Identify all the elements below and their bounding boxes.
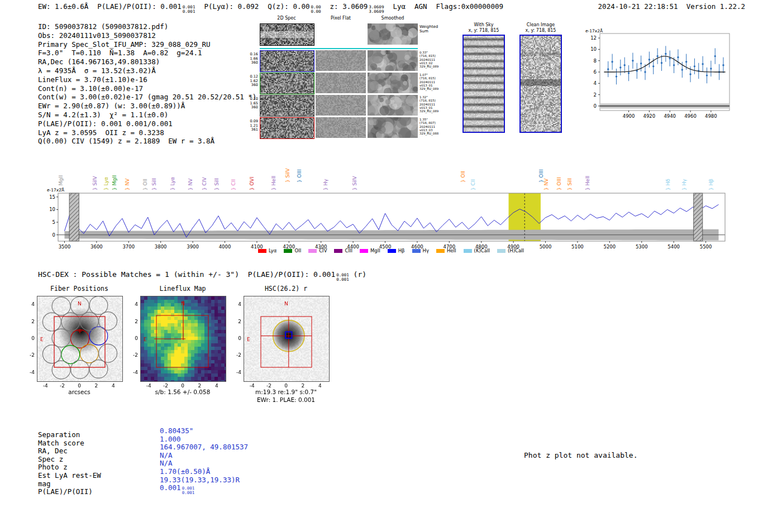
legend-item-h: Hγ [412,248,429,253]
spectral-line-label-siii: } SiII [214,178,220,190]
spec2d-col-header-1: Pixel Flat [316,16,366,21]
fiber-ytick: 0 [26,336,35,341]
spectral-line-label-siii: } SiII [567,178,573,190]
svg-text:4940: 4940 [664,113,676,119]
spectral-line-label-oii: } OII [460,171,466,183]
legend-swatch [308,249,317,253]
clean-image-title: Clean Image x, y: 718, 815 [518,22,563,33]
hsc-ytick: 2 [232,319,241,324]
legend-swatch [258,249,266,253]
fiber-xtick: -2 [58,383,67,389]
fiber-ytick: -4 [26,370,35,375]
match-value: N/A [160,451,173,459]
lineflux-ytick: 4 [129,301,138,307]
legend-swatch [284,249,292,253]
lineflux-xtick: -4 [144,383,153,389]
fiber-ytick: 4 [26,301,35,307]
spec2d-row-right-annotation: 1.07" (718, 815) 20240111 v013_01 329_RU… [419,73,446,90]
detection-info-block: ID: 5090037812 (5090037812.pdf)Obs: 2024… [38,22,256,146]
weighted-smoothed-image [368,23,418,45]
spec2d-smoothed-image [368,95,418,116]
spec2d-pixelflat-image [316,95,366,116]
legend-swatch [497,249,506,253]
legend-item-kcaii: (K)CaII [464,248,490,253]
match-row-mag: mag19.33(19.33,19.33)R [38,478,248,486]
hsc-dex-lower: 0.001 [336,277,349,282]
svg-text:5: 5 [53,219,55,225]
lineflux-title: Lineflux Map [129,285,236,293]
spectral-line-label-cii: } CII [231,179,236,190]
lineflux-xtick: -2 [161,383,170,389]
spectral-line-label-oii: } OII [142,179,148,190]
match-value: 19.33(19.33,19.33)R [160,476,240,484]
hsc-overlay: NE [244,296,329,381]
match-table: Separation0.80435"Match score1.000RA, De… [38,429,248,494]
spectral-line-label-siiv: } SiIV [92,176,98,190]
hsc-dex-header: HSC-DEX : Possible Matches = 1 (within +… [38,270,366,281]
legend-swatch [360,249,368,253]
hsc-xtick: 2 [298,383,307,389]
version: Version 1.22.2 [686,2,745,11]
spec2d-2d-image [260,50,314,72]
svg-text:15: 15 [49,194,55,200]
fiber-ytick: 2 [26,319,35,324]
legend-label: HeII [447,248,456,253]
legend-item-mgii: MgII [360,248,380,253]
line-fit-plot: 02468101249004920494049604980e-17x2Å [581,27,737,127]
spectral-line-label-ovi: } OVI [249,177,255,190]
info-line-12: LyA z = 3.0595 OII z = 0.3238 [38,128,256,137]
hsc-dex-text: HSC-DEX : Possible Matches = 1 (within +… [38,270,335,279]
info-line-7: Cont(n) = 3.10(±0.00)e-17 [38,84,256,93]
legend-label: OII [294,248,301,253]
z-stack: 3.06093.0609 [369,5,384,13]
svg-text:4: 4 [594,80,597,86]
lineflux-overlay: NE [141,296,226,381]
hsc-ytick: -4 [232,370,241,375]
spec2d-row-left-label: 0.16 1.66 360 [247,52,258,65]
legend-label: CIV [319,248,327,253]
lineflux-xtick: 2 [195,383,204,389]
spectral-line-label-civ: } CIV [202,177,207,190]
info-line-13: Q(0.00) CIV (1549) z = 2.1889 EW r = 3.8… [38,137,256,146]
spec2d-row-right-annotation: 0.33" (718, 815) 20240111 v013_02 329_RU… [419,51,446,68]
lineflux-ytick: -2 [129,352,138,358]
match-row-radec: RA, Dec164.967007, 49.801537 [38,445,248,453]
spectral-line-label-nv: } NV [188,179,193,190]
hsc-xtick: 0 [282,383,290,389]
svg-text:4980: 4980 [705,113,717,119]
spec2d-row-left-label: 0.10 1.65 360 [247,97,258,110]
match-row-plaepoii: P(LAE)/P(OII)0.0010.0010.001 [38,486,248,494]
withsky-frame [462,35,505,133]
z-value: z: 3.06093.06093.0609 [330,2,384,13]
withsky-title: With Sky x, y: 718, 815 [461,22,506,33]
plya-value: P(Lyα): 0.092 [204,2,259,13]
spec2d-row-right-annotation: 1.35" (718, 807) 20240111 v013_03 329_RU… [419,118,446,135]
spec2d-pixelflat-image [316,50,366,71]
fiber-overlay: NE [37,296,122,381]
qz-value: Q(z): 0.000.000.00 [268,2,321,13]
clean-image-frame [519,35,562,133]
spectral-line-label-heii: } HeII [585,176,590,190]
legend-swatch [464,249,472,253]
legend-swatch [436,249,445,253]
legend-item-hcaii: (H)CaII [497,248,524,253]
info-line-11: P(LAE)/P(OII): 0.001 0.001/0.001 [38,119,256,128]
hsc-ytick: -2 [232,352,241,358]
match-value-stack: 0.0010.001 [182,486,195,495]
info-line-9: EWr = 2.90(±0.87) (w: 3.00(±0.89))Å [38,102,256,111]
flags-value: Flags:0x00000009 [436,2,503,13]
header-bar: EW: 1.6±0.6Å P(LAE)/P(OII): 0.0010.0010.… [38,2,503,13]
match-value: 0.80435" [160,426,193,435]
spec2d-col-header-0: 2D Spec [260,16,313,21]
hsc-plot: NE [244,296,330,382]
spectral-line-label-siiv: } SiIV [285,168,290,183]
lineflux-caption: s/b: 1.56 +/- 0.058 [123,389,242,395]
legend-label: (K)CaII [474,248,490,253]
hsc-ytick: 4 [232,301,241,307]
plae-stack: 0.0010.001 [183,5,196,13]
info-line-3: F=3.0" T=0.110 N̄=1.38 A=0.82 g=24.1 [38,49,256,57]
qz-main: Q(z): 0.00 [268,2,309,11]
agn-flag: AGN [414,2,427,13]
plae-main: P(LAE)/P(OII): 0.001 [97,2,182,11]
legend-label: Hβ [398,248,405,253]
